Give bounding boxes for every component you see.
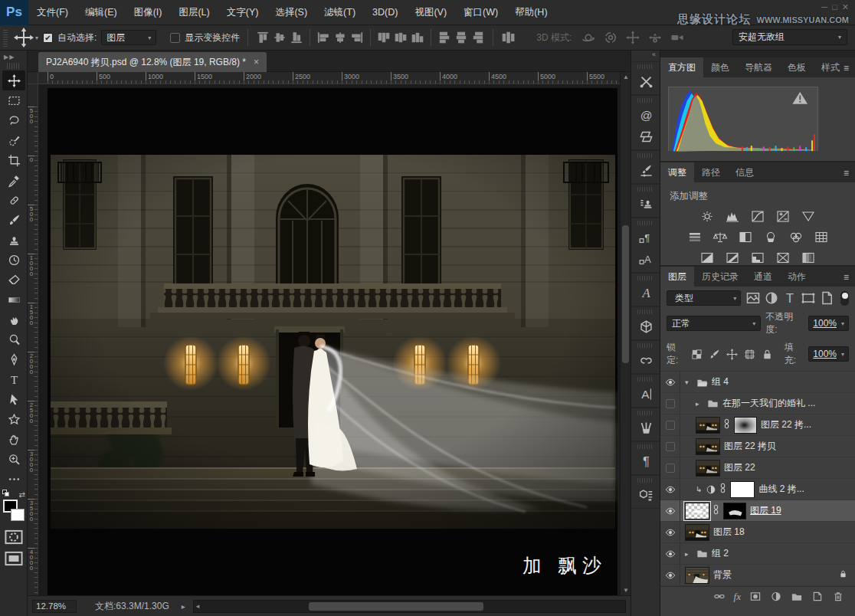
menu-item-6[interactable]: 滤镜(T) [316, 0, 364, 25]
menu-item-5[interactable]: 选择(S) [267, 0, 316, 25]
menu-item-9[interactable]: 窗口(W) [455, 0, 506, 25]
dock-grip[interactable] [637, 98, 654, 103]
swap-colors-icon[interactable]: ⇄ [19, 490, 25, 499]
path-selection-tool[interactable] [2, 389, 25, 409]
menu-item-10[interactable]: 帮助(H) [506, 0, 555, 25]
tab-histogram-导航器[interactable]: 导航器 [737, 57, 780, 77]
adjustment-layer-filter-icon[interactable] [764, 291, 779, 305]
libraries-panel-icon[interactable] [631, 349, 661, 371]
layer-thumbnail[interactable] [696, 460, 720, 477]
distribute-spacing-icon[interactable] [501, 30, 515, 45]
eyedropper-tool[interactable] [2, 170, 25, 190]
adjustment-mask-thumbnail[interactable] [730, 481, 755, 498]
status-options-arrow[interactable]: ▸ [182, 602, 185, 611]
quick-mask-button[interactable] [4, 529, 24, 546]
hand-tool[interactable] [2, 429, 25, 449]
align-horizontal-centers-icon[interactable] [333, 30, 347, 45]
edit-toolbar-tool[interactable] [2, 469, 25, 489]
lock-transparent-pixels-icon[interactable] [691, 349, 703, 360]
distribute-top-edges-icon[interactable] [377, 30, 391, 45]
slide-3d-camera-icon[interactable] [647, 30, 663, 45]
auto-select-checkbox[interactable]: ✔ [43, 33, 53, 43]
layer-name[interactable]: 在那一天我们的婚礼 ... [722, 397, 815, 410]
align-bottom-edges-icon[interactable] [290, 30, 303, 45]
layer-name[interactable]: 背景 [713, 568, 732, 582]
layer-name[interactable]: 图层 22 [724, 461, 755, 474]
layer-row-背景[interactable]: 背景 [660, 565, 855, 586]
dock-grip[interactable] [637, 478, 654, 483]
layer-row-在那一天我们的婚礼 ...[interactable]: ▸在那一天我们的婚礼 ... [660, 393, 855, 414]
clone-source-at-panel-icon[interactable]: @ [631, 104, 661, 126]
add-layer-mask-button[interactable] [749, 591, 762, 602]
layer-thumbnail[interactable] [685, 503, 709, 519]
crop-tool[interactable] [2, 150, 25, 170]
type-tool[interactable]: T [2, 369, 25, 389]
menu-item-7[interactable]: 3D(D) [364, 0, 406, 25]
horizontal-scrollbar[interactable]: ◂ [193, 600, 626, 613]
channel-mixer-adjustment-icon[interactable] [787, 231, 805, 244]
layer-name[interactable]: 曲线 2 拷... [758, 483, 804, 496]
mask-link-icon[interactable] [720, 483, 726, 496]
dock-grip[interactable] [637, 221, 654, 225]
threshold-adjustment-icon[interactable] [749, 251, 767, 264]
menu-item-0[interactable]: 文件(F) [28, 0, 77, 25]
panel-menu-icon[interactable]: ≡ [844, 63, 849, 74]
zoom-3d-camera-icon[interactable] [670, 30, 685, 45]
ruler-origin-corner[interactable] [28, 72, 38, 84]
panel-menu-icon[interactable]: ≡ [844, 272, 849, 283]
vertical-scrollbar[interactable]: ▲ ▼ [620, 72, 631, 595]
opacity-field[interactable]: 100%▾ [808, 316, 849, 331]
lock-position-icon[interactable] [726, 349, 738, 360]
brightness-contrast-adjustment-icon[interactable] [698, 210, 716, 223]
tab-adjustments-信息[interactable]: 信息 [728, 162, 762, 182]
visibility-empty-box[interactable] [660, 414, 680, 436]
dock-grip[interactable] [637, 64, 654, 69]
tab-histogram-色板[interactable]: 色板 [780, 57, 814, 77]
color-lookup-adjustment-icon[interactable] [812, 231, 830, 244]
paragraph-panel-icon[interactable]: ¶ [631, 451, 661, 472]
panel-menu-icon[interactable]: ≡ [844, 168, 849, 179]
pen-tool[interactable] [2, 349, 25, 369]
visibility-empty-box[interactable] [660, 436, 680, 457]
glyphs-panel-icon[interactable]: A [631, 383, 661, 405]
vibrance-adjustment-icon[interactable] [799, 210, 817, 223]
align-right-edges-icon[interactable] [350, 30, 364, 45]
character-styles-panel-icon[interactable]: A [631, 248, 661, 270]
align-top-edges-icon[interactable] [256, 30, 270, 45]
type-layer-filter-icon[interactable]: T [782, 291, 798, 305]
roll-3d-camera-icon[interactable] [603, 30, 618, 45]
layer-row-图层 22 拷...[interactable]: 图层 22 拷... [660, 414, 855, 436]
maximize-button[interactable]: □ [832, 2, 837, 11]
close-button[interactable]: ✕ [842, 2, 849, 12]
delete-layer-button[interactable] [832, 591, 844, 602]
layer-row-图层 18[interactable]: 图层 18 [660, 522, 855, 543]
horizontal-ruler[interactable]: 0500100015002000250030003500400045005000… [38, 72, 620, 84]
brush-tool[interactable] [2, 210, 25, 230]
tool-preset-arrow[interactable]: ▾ [35, 34, 38, 41]
layer-row-图层 22[interactable]: 图层 22 [660, 457, 855, 479]
menu-item-3[interactable]: 图层(L) [170, 0, 218, 25]
toolbar-collapse-arrows[interactable]: ▶▶ [0, 51, 27, 63]
clone-source-stamp-panel-icon[interactable] [631, 193, 661, 215]
layer-row-图层 19[interactable]: 图层 19 [660, 500, 855, 522]
color-balance-adjustment-icon[interactable] [711, 231, 729, 244]
layer-name[interactable]: 图层 18 [713, 526, 745, 539]
clone-stamp-tool[interactable] [2, 230, 25, 250]
pan-3d-camera-icon[interactable] [625, 30, 640, 45]
align-vertical-centers-icon[interactable] [273, 30, 287, 45]
menu-item-2[interactable]: 图像(I) [126, 0, 171, 25]
tab-layers-通道[interactable]: 通道 [746, 267, 780, 287]
menu-item-8[interactable]: 视图(V) [406, 0, 455, 25]
brushes-panel-icon[interactable] [631, 417, 661, 438]
tool-presets-panel-icon[interactable] [631, 70, 661, 92]
rectangular-marquee-tool[interactable] [2, 90, 25, 110]
scroll-left-icon[interactable]: ◂ [196, 602, 200, 610]
layer-mask-thumbnail[interactable] [734, 417, 757, 434]
fill-field[interactable]: 100%▾ [808, 346, 849, 362]
distribute-left-edges-icon[interactable] [437, 30, 451, 45]
layer-name[interactable]: 图层 22 拷贝 [724, 440, 776, 453]
visibility-eye-icon[interactable] [660, 500, 680, 522]
align-left-edges-icon[interactable] [316, 30, 330, 45]
minimize-button[interactable]: ─ [821, 2, 827, 11]
layer-styles-fx-button[interactable]: fx [734, 591, 741, 603]
